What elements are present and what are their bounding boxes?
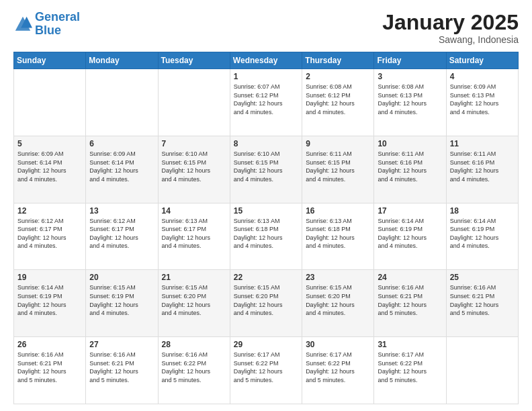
day-number: 20 <box>89 273 154 282</box>
day-number: 19 <box>17 273 82 282</box>
calendar-cell: 8Sunrise: 6:10 AM Sunset: 6:15 PM Daylig… <box>230 136 302 203</box>
day-number: 8 <box>234 139 298 148</box>
week-row-5: 26Sunrise: 6:16 AM Sunset: 6:21 PM Dayli… <box>14 337 519 404</box>
calendar-cell: 7Sunrise: 6:10 AM Sunset: 6:15 PM Daylig… <box>158 136 230 203</box>
weekday-header-thursday: Thursday <box>302 52 374 69</box>
day-number: 30 <box>306 340 370 349</box>
day-number: 22 <box>234 273 298 282</box>
day-info: Sunrise: 6:16 AM Sunset: 6:21 PM Dayligh… <box>89 351 154 384</box>
day-info: Sunrise: 6:11 AM Sunset: 6:15 PM Dayligh… <box>306 150 370 183</box>
day-info: Sunrise: 6:16 AM Sunset: 6:22 PM Dayligh… <box>162 351 226 384</box>
week-row-4: 19Sunrise: 6:14 AM Sunset: 6:19 PM Dayli… <box>14 270 519 337</box>
day-number: 29 <box>234 340 298 349</box>
day-info: Sunrise: 6:14 AM Sunset: 6:19 PM Dayligh… <box>17 283 82 317</box>
calendar-cell: 16Sunrise: 6:13 AM Sunset: 6:18 PM Dayli… <box>302 203 374 270</box>
day-info: Sunrise: 6:15 AM Sunset: 6:19 PM Dayligh… <box>89 283 154 317</box>
calendar-cell: 2Sunrise: 6:08 AM Sunset: 6:12 PM Daylig… <box>302 69 374 136</box>
calendar-cell: 10Sunrise: 6:11 AM Sunset: 6:16 PM Dayli… <box>374 136 446 203</box>
day-info: Sunrise: 6:11 AM Sunset: 6:16 PM Dayligh… <box>378 150 442 183</box>
day-number: 6 <box>89 139 154 148</box>
day-number: 27 <box>89 340 154 349</box>
day-number: 5 <box>17 139 82 148</box>
day-info: Sunrise: 6:15 AM Sunset: 6:20 PM Dayligh… <box>234 283 298 317</box>
calendar-cell: 5Sunrise: 6:09 AM Sunset: 6:14 PM Daylig… <box>14 136 86 203</box>
day-info: Sunrise: 6:10 AM Sunset: 6:15 PM Dayligh… <box>234 150 298 183</box>
calendar-cell: 25Sunrise: 6:16 AM Sunset: 6:21 PM Dayli… <box>446 270 518 337</box>
weekday-header-sunday: Sunday <box>14 52 86 69</box>
day-info: Sunrise: 6:17 AM Sunset: 6:22 PM Dayligh… <box>234 351 298 384</box>
calendar-cell: 1Sunrise: 6:07 AM Sunset: 6:12 PM Daylig… <box>230 69 302 136</box>
day-number: 9 <box>306 139 370 148</box>
calendar-cell: 29Sunrise: 6:17 AM Sunset: 6:22 PM Dayli… <box>230 337 302 404</box>
day-number: 3 <box>378 72 442 81</box>
day-info: Sunrise: 6:08 AM Sunset: 6:12 PM Dayligh… <box>306 83 370 116</box>
day-info: Sunrise: 6:17 AM Sunset: 6:22 PM Dayligh… <box>306 351 370 384</box>
week-row-3: 12Sunrise: 6:12 AM Sunset: 6:17 PM Dayli… <box>14 203 519 270</box>
main-title: January 2025 <box>382 11 519 34</box>
day-number: 18 <box>450 206 515 216</box>
day-info: Sunrise: 6:13 AM Sunset: 6:17 PM Dayligh… <box>162 217 226 250</box>
calendar-cell <box>446 337 518 404</box>
day-info: Sunrise: 6:15 AM Sunset: 6:20 PM Dayligh… <box>306 283 370 317</box>
day-number: 21 <box>162 273 226 282</box>
day-number: 14 <box>162 206 226 216</box>
header: General Blue January 2025 Sawang, Indone… <box>13 11 519 45</box>
day-number: 25 <box>450 273 515 282</box>
day-info: Sunrise: 6:07 AM Sunset: 6:12 PM Dayligh… <box>234 83 298 116</box>
day-info: Sunrise: 6:08 AM Sunset: 6:13 PM Dayligh… <box>378 83 442 116</box>
calendar-cell: 20Sunrise: 6:15 AM Sunset: 6:19 PM Dayli… <box>86 270 158 337</box>
logo: General Blue <box>13 11 80 38</box>
page: General Blue January 2025 Sawang, Indone… <box>0 0 532 411</box>
day-info: Sunrise: 6:17 AM Sunset: 6:22 PM Dayligh… <box>378 351 442 384</box>
day-number: 13 <box>89 206 154 216</box>
calendar-cell: 27Sunrise: 6:16 AM Sunset: 6:21 PM Dayli… <box>86 337 158 404</box>
calendar-table: SundayMondayTuesdayWednesdayThursdayFrid… <box>13 52 519 404</box>
day-info: Sunrise: 6:15 AM Sunset: 6:20 PM Dayligh… <box>162 283 226 317</box>
day-number: 4 <box>450 72 515 81</box>
day-number: 10 <box>378 139 442 148</box>
day-number: 17 <box>378 206 442 216</box>
calendar-cell: 11Sunrise: 6:11 AM Sunset: 6:16 PM Dayli… <box>446 136 518 203</box>
calendar-cell: 4Sunrise: 6:09 AM Sunset: 6:13 PM Daylig… <box>446 69 518 136</box>
weekday-header-monday: Monday <box>86 52 158 69</box>
day-number: 31 <box>378 340 442 349</box>
day-info: Sunrise: 6:14 AM Sunset: 6:19 PM Dayligh… <box>378 217 442 250</box>
logo-icon <box>13 15 32 34</box>
calendar-cell: 17Sunrise: 6:14 AM Sunset: 6:19 PM Dayli… <box>374 203 446 270</box>
calendar-cell: 3Sunrise: 6:08 AM Sunset: 6:13 PM Daylig… <box>374 69 446 136</box>
day-info: Sunrise: 6:14 AM Sunset: 6:19 PM Dayligh… <box>450 217 515 250</box>
day-number: 28 <box>162 340 226 349</box>
weekday-header-saturday: Saturday <box>446 52 518 69</box>
calendar-cell: 18Sunrise: 6:14 AM Sunset: 6:19 PM Dayli… <box>446 203 518 270</box>
calendar-cell: 24Sunrise: 6:16 AM Sunset: 6:21 PM Dayli… <box>374 270 446 337</box>
day-number: 1 <box>234 72 298 81</box>
day-info: Sunrise: 6:12 AM Sunset: 6:17 PM Dayligh… <box>89 217 154 250</box>
calendar-cell: 22Sunrise: 6:15 AM Sunset: 6:20 PM Dayli… <box>230 270 302 337</box>
subtitle: Sawang, Indonesia <box>382 34 519 45</box>
calendar-cell: 19Sunrise: 6:14 AM Sunset: 6:19 PM Dayli… <box>14 270 86 337</box>
calendar-cell: 6Sunrise: 6:09 AM Sunset: 6:14 PM Daylig… <box>86 136 158 203</box>
day-info: Sunrise: 6:12 AM Sunset: 6:17 PM Dayligh… <box>17 217 82 250</box>
day-info: Sunrise: 6:09 AM Sunset: 6:13 PM Dayligh… <box>450 83 515 116</box>
day-info: Sunrise: 6:16 AM Sunset: 6:21 PM Dayligh… <box>17 351 82 384</box>
calendar-cell: 28Sunrise: 6:16 AM Sunset: 6:22 PM Dayli… <box>158 337 230 404</box>
day-info: Sunrise: 6:11 AM Sunset: 6:16 PM Dayligh… <box>450 150 515 183</box>
calendar-cell: 23Sunrise: 6:15 AM Sunset: 6:20 PM Dayli… <box>302 270 374 337</box>
calendar-cell: 12Sunrise: 6:12 AM Sunset: 6:17 PM Dayli… <box>14 203 86 270</box>
calendar-cell: 21Sunrise: 6:15 AM Sunset: 6:20 PM Dayli… <box>158 270 230 337</box>
weekday-header-tuesday: Tuesday <box>158 52 230 69</box>
day-number: 7 <box>162 139 226 148</box>
calendar-cell: 26Sunrise: 6:16 AM Sunset: 6:21 PM Dayli… <box>14 337 86 404</box>
calendar-cell <box>86 69 158 136</box>
day-number: 12 <box>17 206 82 216</box>
day-number: 2 <box>306 72 370 81</box>
day-number: 11 <box>450 139 515 148</box>
day-number: 16 <box>306 206 370 216</box>
day-info: Sunrise: 6:13 AM Sunset: 6:18 PM Dayligh… <box>306 217 370 250</box>
weekday-header-wednesday: Wednesday <box>230 52 302 69</box>
logo-line1: General <box>35 10 80 24</box>
day-number: 23 <box>306 273 370 282</box>
day-info: Sunrise: 6:09 AM Sunset: 6:14 PM Dayligh… <box>17 150 82 183</box>
title-block: January 2025 Sawang, Indonesia <box>382 11 519 45</box>
week-row-2: 5Sunrise: 6:09 AM Sunset: 6:14 PM Daylig… <box>14 136 519 203</box>
